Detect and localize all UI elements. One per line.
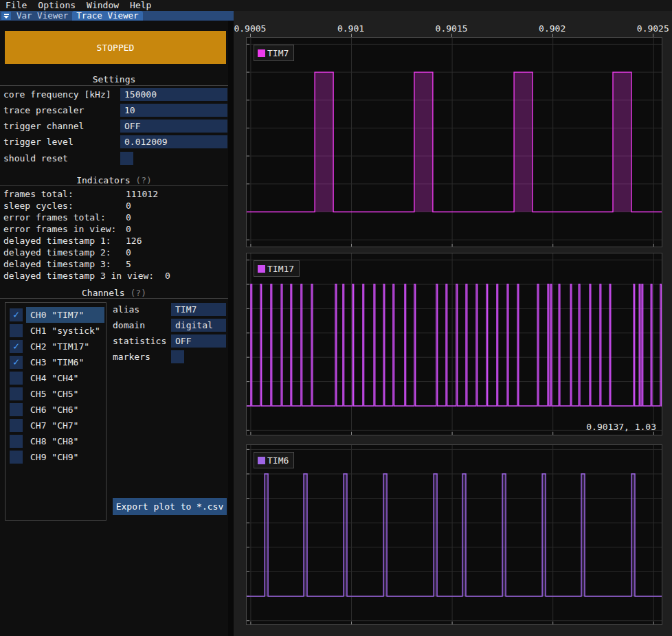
help-icon[interactable]: (?) [135,175,151,185]
trace-prescaler-input[interactable]: 10 [120,104,227,117]
channel-label: CH0 "TIM7" [30,307,84,323]
plot-tim7[interactable]: TIM7 [246,37,662,247]
trigger-channel-select[interactable]: OFF [120,120,227,133]
alias-input[interactable]: TIM7 [171,303,226,316]
indicator-label: delayed timestamp 3 in view: [3,270,154,282]
channels-title: Channels [82,288,125,298]
indicators-header: Indicators (?) [0,175,228,185]
markers-checkbox[interactable] [171,350,184,363]
x-axis-tick-label: 0.9015 [417,23,486,34]
settings-header: Settings [0,74,228,84]
channel-label: CH3 "TIM6" [30,354,84,370]
core-frequency-label: core frequency [kHz] [3,88,111,101]
channel-row-ch4[interactable]: CH4 "CH4" [5,370,106,386]
legend-label: TIM7 [267,48,289,58]
channel-checkbox[interactable] [10,387,23,400]
menu-help[interactable]: Help [124,0,157,11]
cursor-position-readout: 0.90137, 1.03 [586,422,656,432]
channel-checkbox[interactable]: ✓ [10,356,23,369]
channel-row-ch6[interactable]: CH6 "CH6" [5,402,106,418]
indicator-value: 111012 [126,188,158,200]
x-axis-tick-label: 0.9025 [618,23,672,34]
channel-row-ch2[interactable]: ✓CH2 "TIM17" [5,339,106,354]
series-color-swatch [258,457,265,464]
indicator-value: 126 [126,235,142,247]
channel-list: ✓CH0 "TIM7" CH1 "systick" ✓CH2 "TIM17" ✓… [5,302,107,521]
indicator-label: error frames in view: [3,223,116,235]
waveform-svg[interactable] [247,38,662,247]
indicators-title: Indicators [76,175,130,185]
channel-checkbox[interactable]: ✓ [10,340,23,353]
should-reset-label: should reset [3,152,68,165]
indicator-value: 0 [165,270,170,282]
channel-row-ch5[interactable]: CH5 "CH5" [5,386,106,402]
separator [0,298,228,299]
statistics-select[interactable]: OFF [171,334,226,348]
waveform-svg[interactable] [247,253,662,435]
indicator-label: error frames total: [3,212,106,223]
channel-checkbox[interactable] [10,435,23,448]
channel-checkbox[interactable] [10,403,23,416]
legend-tim7[interactable]: TIM7 [254,45,294,61]
legend-tim6[interactable]: TIM6 [254,452,294,468]
channels-header: Channels (?) [0,288,228,298]
trigger-level-label: trigger level [3,135,74,148]
tab-bar: Var Viewer Trace Viewer [0,11,234,21]
control-sidebar: STOPPED Settings core frequency [kHz] 15… [0,21,228,636]
tab-var-viewer[interactable]: Var Viewer [12,11,72,21]
channel-label: CH6 "CH6" [30,402,78,418]
legend-tim17[interactable]: TIM17 [254,260,300,277]
channel-checkbox[interactable] [10,419,23,432]
series-color-swatch [258,265,265,273]
trigger-level-input[interactable]: 0.012009 [120,135,227,148]
channel-label: CH8 "CH8" [30,433,78,449]
domain-select[interactable]: digital [171,319,226,332]
indicator-label: delayed timestamp 1: [3,235,111,247]
export-csv-button[interactable]: Export plot to *.csv [113,498,227,515]
channel-row-ch9[interactable]: CH9 "CH9" [5,449,106,465]
core-frequency-input[interactable]: 150000 [120,88,227,101]
channel-label: CH5 "CH5" [30,386,78,402]
channel-checkbox[interactable] [10,451,23,464]
channel-row-ch8[interactable]: CH8 "CH8" [5,433,106,449]
x-axis-tick-label: 0.9005 [216,23,284,34]
series-color-swatch [258,49,265,57]
statistics-label: statistics [113,334,166,348]
plot-panel: 0.90050.9010.90150.9020.9025 TIM7 TIM17 … [234,11,672,636]
channel-checkbox[interactable] [10,324,23,337]
channel-row-ch1[interactable]: CH1 "systick" [5,323,106,339]
indicator-label: delayed timestamp 2: [3,247,111,258]
trace-viewer-app: File Options Window Help Var Viewer Trac… [0,0,672,636]
channel-label: CH4 "CH4" [30,370,78,386]
channel-row-ch0[interactable]: ✓CH0 "TIM7" [5,307,106,323]
channel-label: CH9 "CH9" [30,449,78,465]
indicator-label: delayed timestamp 3: [3,258,111,270]
x-axis-tick-label: 0.902 [518,23,587,34]
alias-label: alias [113,303,139,316]
menu-options[interactable]: Options [32,0,81,11]
plot-tim6[interactable]: TIM6 [246,444,662,625]
indicator-value: 0 [126,247,131,258]
menu-window[interactable]: Window [81,0,124,11]
markers-label: markers [113,350,150,363]
indicator-value: 5 [126,258,131,270]
channel-row-ch3[interactable]: ✓CH3 "TIM6" [5,354,106,370]
menu-file[interactable]: File [0,0,32,11]
waveform-svg[interactable] [247,445,662,624]
indicator-value: 0 [126,212,131,223]
legend-label: TIM17 [267,264,294,274]
collapse-window-icon[interactable] [1,12,11,20]
channel-row-ch7[interactable]: CH7 "CH7" [5,418,106,433]
indicator-value: 0 [126,223,131,235]
trigger-channel-label: trigger channel [3,120,84,133]
panel-divider[interactable] [228,21,234,636]
channel-checkbox[interactable] [10,372,23,385]
acquisition-state-button[interactable]: STOPPED [5,31,226,64]
help-icon[interactable]: (?) [130,288,146,298]
tab-trace-viewer[interactable]: Trace Viewer [72,11,142,21]
domain-label: domain [113,319,145,332]
channel-checkbox[interactable]: ✓ [10,308,23,321]
plot-tim17[interactable]: TIM17 0.90137, 1.03 [246,253,662,435]
indicator-label: sleep cycles: [3,200,74,212]
should-reset-checkbox[interactable] [120,152,133,165]
